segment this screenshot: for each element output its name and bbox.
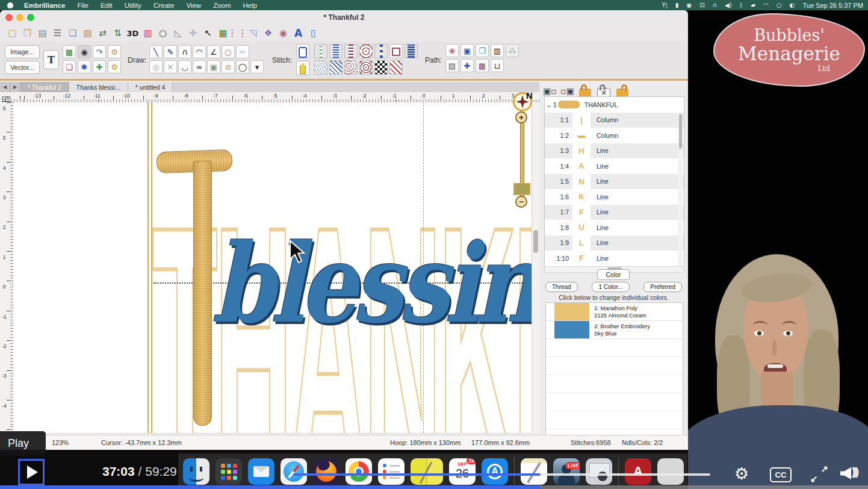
menu-view[interactable]: View <box>186 2 201 9</box>
wifi-icon[interactable]: ◠ <box>763 2 769 8</box>
menu-edit[interactable]: Edit <box>101 2 113 9</box>
control-center-icon[interactable]: ◐ <box>790 2 795 8</box>
group-icon[interactable]: ▣▫ <box>544 86 556 97</box>
thread-color-row[interactable]: 2: Brother EmbroiderySky Blue <box>546 321 683 339</box>
menu-utility[interactable]: Utility <box>125 2 141 9</box>
tab-untitled-4[interactable]: * untitled 4 <box>128 82 173 92</box>
line-tool-icon[interactable]: ╲ <box>149 45 163 58</box>
gears-icon[interactable]: ⚙ <box>108 60 121 73</box>
object-row[interactable]: 1:7FLine <box>545 205 684 220</box>
object-group-row[interactable]: ⌄ 1 THANKFUL <box>545 97 684 113</box>
stitch-running-icon[interactable] <box>314 44 327 58</box>
cut-path-icon[interactable]: ✂ <box>236 45 249 58</box>
rotate-curve-icon[interactable]: ↷ <box>93 45 106 58</box>
merge-icon[interactable]: ◉ <box>276 26 291 40</box>
photo-booth-dock-icon[interactable] <box>586 458 612 485</box>
yubikey-icon[interactable]: Y¦ <box>662 2 668 8</box>
view-3d-icon[interactable]: 3D <box>125 26 140 40</box>
open-icon[interactable]: ❒ <box>20 26 35 40</box>
timer-gears-icon[interactable]: ⚙ <box>108 45 121 58</box>
stitch-motif-icon[interactable] <box>359 44 373 58</box>
stitch-motif2-icon[interactable] <box>359 60 373 75</box>
stitch-weave-icon[interactable] <box>329 60 343 75</box>
object-row[interactable]: 1:8ULine <box>545 220 684 235</box>
expand-arrows-icon[interactable]: ✚ <box>93 60 106 73</box>
flatten-icon[interactable]: ▤ <box>445 59 459 72</box>
tab-scroll-right-icon[interactable]: ▶ <box>10 82 20 92</box>
flip-horizontal-icon[interactable]: ⇄ <box>95 26 110 40</box>
new-file-icon[interactable]: ▢ <box>5 26 20 40</box>
ruler-unit-label[interactable]: cm <box>2 94 11 102</box>
paste-icon[interactable]: ▨ <box>80 26 95 40</box>
headphones-icon[interactable]: ∩ <box>713 2 717 8</box>
menu-clock[interactable]: Tue Sep 26 5:37 PM <box>803 2 864 9</box>
hoop-send-icon[interactable]: ⊔ <box>491 59 504 72</box>
color-bars-icon[interactable]: ▥ <box>140 26 155 40</box>
set-square-icon[interactable]: ◹ <box>246 26 261 40</box>
display-icon[interactable]: ⊡ <box>699 2 704 8</box>
object-row[interactable]: 1:5NLine <box>545 174 684 190</box>
thread-color-row[interactable]: 1: Marathon Poly2125 Almond Cream <box>546 303 683 321</box>
color-tab[interactable]: Color <box>597 269 630 280</box>
pointer-icon[interactable]: ↖ <box>200 26 215 40</box>
ungroup-icon[interactable]: ▫▣ <box>562 86 573 97</box>
fabric-icon[interactable]: ▥ <box>491 44 504 57</box>
bluetooth-icon[interactable]: ᛒ <box>740 2 743 8</box>
calendar-dock-icon[interactable]: SEP 26 19 <box>449 458 476 485</box>
zoom-out-button[interactable]: − <box>515 196 527 208</box>
object-row[interactable]: 1:4ALine <box>545 158 684 174</box>
settings-gear-icon[interactable]: ⚙ <box>734 464 749 483</box>
menu-zoom[interactable]: Zoom <box>213 2 231 9</box>
eye-icon[interactable]: ◉ <box>78 45 91 58</box>
progress-bar-played[interactable] <box>0 485 541 489</box>
app-store-dock-icon[interactable]: A <box>482 458 508 485</box>
add-shape-icon[interactable]: ▣ <box>207 60 220 73</box>
stitch-meander-icon[interactable] <box>344 60 358 75</box>
stitch-hatch-icon[interactable] <box>389 60 403 75</box>
stitch-outline-icon[interactable] <box>296 44 309 58</box>
volume-icon[interactable]: ◀) <box>725 2 732 8</box>
object-row[interactable]: 1:9LLine <box>545 235 684 251</box>
blessing-stitched-text[interactable]: blessing <box>212 220 532 347</box>
text-tool-button[interactable]: T <box>43 50 59 69</box>
reminders-dock-icon[interactable] <box>378 458 405 485</box>
circle-tool-icon[interactable]: ◯ <box>236 60 249 73</box>
overlap-shapes-icon[interactable]: ❏ <box>63 60 76 73</box>
acrobat-dock-icon[interactable]: A <box>625 458 651 485</box>
fullscreen-icon[interactable]: ↗↙ <box>810 465 828 483</box>
smooth-icon[interactable]: ≈ <box>193 60 206 73</box>
disclosure-icon[interactable]: ⌄ <box>545 101 553 108</box>
volume-icon[interactable]: ))) <box>840 465 862 482</box>
hidden-app-dock-icon[interactable] <box>657 458 684 485</box>
zoom-slider-handle[interactable] <box>513 183 530 195</box>
battery-icon[interactable]: ▰ <box>751 2 756 8</box>
flip-vertical-icon[interactable]: ⇅ <box>110 26 125 40</box>
magic-wand-icon[interactable]: ○ <box>222 45 235 58</box>
chrome-dock-icon[interactable] <box>346 458 372 485</box>
zoom-in-button[interactable]: + <box>515 111 527 123</box>
pen-tool-icon[interactable]: ✎ <box>164 45 177 58</box>
picture-icon[interactable]: ▩ <box>63 45 76 58</box>
seek-bar-played[interactable] <box>293 473 541 476</box>
stitch-stipple-icon[interactable] <box>314 60 327 75</box>
zoom-tool-icon[interactable]: ○ <box>155 26 170 40</box>
menu-create[interactable]: Create <box>153 2 175 9</box>
select-zoom-icon[interactable]: ◎ <box>149 60 163 73</box>
captions-button[interactable]: CC <box>770 467 792 482</box>
save-icon[interactable]: ▤ <box>35 26 50 40</box>
menu-app[interactable]: Embrilliance <box>24 2 65 9</box>
menu-file[interactable]: File <box>77 2 88 9</box>
slant-fill-icon[interactable]: ⊘ <box>222 60 235 73</box>
progress-bar-remaining[interactable] <box>541 485 868 489</box>
stitched-t-stem[interactable] <box>193 161 212 426</box>
object-row[interactable]: 1:2▬Column <box>545 128 684 143</box>
column-tool-icon[interactable]: ∩ <box>178 45 191 58</box>
stitch-dots-icon[interactable] <box>374 44 388 58</box>
stitch-simulator-icon[interactable]: ✛ <box>185 26 200 40</box>
spotlight-icon[interactable]: ○ <box>777 2 782 8</box>
g-circle-icon[interactable]: ◉ <box>687 2 692 8</box>
preferred-button[interactable]: Preferred <box>643 282 682 292</box>
stitch-blanket-icon[interactable] <box>344 44 358 58</box>
firefox-dock-icon[interactable] <box>313 458 339 485</box>
center-path-icon[interactable]: ✚ <box>460 59 474 72</box>
